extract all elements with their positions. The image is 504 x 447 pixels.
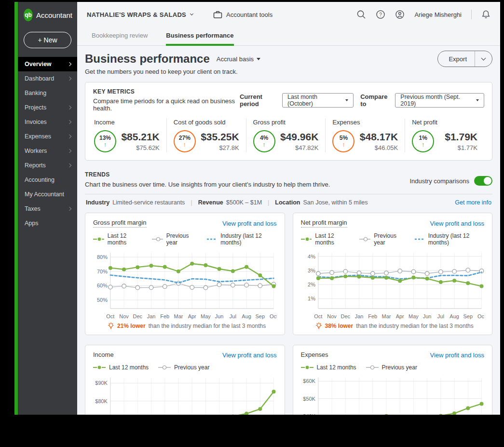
notifications-icon[interactable] <box>481 10 490 19</box>
view-profit-and-loss-link[interactable]: View profit and loss <box>222 352 277 359</box>
tab-bookkeeping-review[interactable]: Bookkeeping review <box>92 32 148 46</box>
app-logo[interactable]: qb Accountant <box>18 2 77 24</box>
svg-text:Mar: Mar <box>381 313 391 319</box>
topbar-divider <box>471 10 472 19</box>
sidebar: qb Accountant + New OverviewDashboardBan… <box>18 2 77 415</box>
metric-body: 4%↑$49.96K$47.82K <box>253 130 319 152</box>
svg-text:4%: 4% <box>308 254 315 259</box>
metric-label: Gross profit <box>253 119 319 126</box>
user-name[interactable]: Ariege Misherghi <box>414 11 462 18</box>
industry-comparisons-label: Industry comparisons <box>409 177 469 185</box>
metric-values: $85.21K$75.62K <box>121 131 159 151</box>
sidebar-item-dashboard[interactable]: Dashboard <box>18 71 77 86</box>
svg-text:3%: 3% <box>308 268 315 273</box>
svg-text:Jun: Jun <box>422 313 431 319</box>
legend-item-last-12-months: Last 12 months <box>93 232 142 246</box>
legend-label: Last 12 months <box>108 232 142 246</box>
chart-header: Income View profit and loss <box>93 351 277 359</box>
metric-values: $1.79K$1.77K <box>445 131 477 151</box>
svg-text:?: ? <box>380 12 382 17</box>
get-more-info-link[interactable]: Get more info <box>455 199 491 206</box>
metric-percent-badge: 5%↑ <box>332 130 354 152</box>
accrual-basis-selector[interactable]: Accrual basis <box>217 55 260 63</box>
metric-body: 27%↑$35.25K$27.8K <box>174 130 239 152</box>
sidebar-item-my-accountant[interactable]: My Accountant <box>18 187 77 202</box>
legend-label: Last 12 months <box>315 232 350 246</box>
new-button[interactable]: + New <box>24 32 71 48</box>
svg-text:Jul: Jul <box>437 313 444 319</box>
legend-item-previous-year: Previous year <box>152 232 197 246</box>
metric-percent: 13% <box>99 135 111 141</box>
sidebar-item-invoices[interactable]: Invoices <box>18 115 77 129</box>
legend-item-previous-year: Previous year <box>366 364 417 371</box>
chevron-right-icon <box>68 120 71 124</box>
current-period-select[interactable]: Last month (October) <box>282 93 354 108</box>
key-metrics-card: KEY METRICS Compare time periods for a q… <box>85 82 492 161</box>
sidebar-item-expenses[interactable]: Expenses <box>18 129 77 144</box>
sidebar-item-accounting[interactable]: Accounting <box>18 173 77 187</box>
chart-card-gross-profit-margin: Gross profit margin View profit and loss… <box>85 213 285 335</box>
content: Business performance Accrual basis Expor… <box>77 46 500 415</box>
svg-text:60%: 60% <box>97 283 108 288</box>
chart-legend: Last 12 monthsPrevious yearIndustry (las… <box>301 232 485 246</box>
accountant-tools-label: Accountant tools <box>226 11 272 18</box>
arrow-up-icon: ↑ <box>183 141 187 148</box>
chart-header: Net profit margin View profit and loss <box>301 219 485 228</box>
revenue-value: $500K – $1M <box>226 199 262 206</box>
legend-marker-open-circle <box>366 365 379 370</box>
export-button[interactable]: Export <box>437 51 492 67</box>
svg-text:May: May <box>201 313 211 319</box>
compare-to-select[interactable]: Previous month (Sept. 2019) <box>395 93 484 108</box>
svg-text:$90K: $90K <box>95 380 108 386</box>
legend-marker-line-dot <box>301 237 312 242</box>
view-profit-and-loss-link[interactable]: View profit and loss <box>430 352 485 359</box>
caret-down-icon <box>345 99 348 101</box>
metric-gross-profit: Gross profit4%↑$49.96K$47.82K <box>246 119 326 152</box>
sidebar-item-label: Expenses <box>25 133 51 140</box>
legend-item-last-12-months: Last 12 months <box>301 232 350 246</box>
sidebar-item-workers[interactable]: Workers <box>18 144 77 158</box>
accountant-tools-button[interactable]: Accountant tools <box>213 10 272 19</box>
view-profit-and-loss-link[interactable]: View profit and loss <box>430 220 485 227</box>
help-icon[interactable]: ? <box>376 10 385 19</box>
svg-text:May: May <box>409 313 419 319</box>
metric-previous-value: $46.05K <box>360 144 398 151</box>
svg-text:Apr: Apr <box>188 313 196 319</box>
industry-insight-note: 38% lower than the industry median for t… <box>301 322 485 330</box>
svg-text:Feb: Feb <box>160 313 169 319</box>
sidebar-item-projects[interactable]: Projects <box>18 100 77 115</box>
export-label: Export <box>449 55 467 63</box>
topbar: NATHALIE'S WRAPS & SALADS Accountant too… <box>77 2 500 27</box>
sidebar-item-overview[interactable]: Overview <box>18 57 77 71</box>
location-label: Location <box>275 199 300 206</box>
tab-business-performance[interactable]: Business performance <box>166 32 233 46</box>
legend-label: Previous year <box>374 232 405 246</box>
metric-label: Net profit <box>412 119 477 126</box>
metric-expenses: Expenses5%↑$48.17K$46.05K <box>325 119 405 152</box>
current-period-label: Current period <box>240 93 278 108</box>
trends-titles: TRENDS Chart the business over time. Use… <box>85 171 330 188</box>
sidebar-item-apps[interactable]: Apps <box>18 216 77 230</box>
metric-current-value: $35.25K <box>201 131 239 143</box>
metric-label: Expenses <box>332 119 398 126</box>
trends-title: TRENDS <box>85 171 330 178</box>
qb-logo-icon: qb <box>24 9 33 21</box>
trends-header: TRENDS Chart the business over time. Use… <box>85 171 492 188</box>
view-profit-and-loss-link[interactable]: View profit and loss <box>222 220 277 227</box>
industry-comparisons-toggle[interactable] <box>474 176 492 186</box>
svg-text:Jun: Jun <box>215 313 224 319</box>
legend-marker-line-dot <box>93 365 106 370</box>
company-switcher[interactable]: NATHALIE'S WRAPS & SALADS <box>87 11 193 18</box>
arrow-up-icon: ↑ <box>104 141 107 148</box>
metric-previous-value: $27.8K <box>201 144 239 151</box>
sidebar-item-label: Banking <box>25 90 46 96</box>
search-icon[interactable] <box>356 10 366 19</box>
sidebar-item-taxes[interactable]: Taxes <box>18 202 77 216</box>
legend-item-industry-last-12-months-: Industry (last 12 months) <box>207 232 276 246</box>
chevron-right-icon <box>68 106 71 109</box>
industry-comparisons-control: Industry comparisons <box>409 176 492 186</box>
sidebar-item-banking[interactable]: Banking <box>18 86 77 100</box>
legend-label: Previous year <box>382 364 417 371</box>
profile-icon[interactable] <box>395 10 405 19</box>
sidebar-item-reports[interactable]: Reports <box>18 158 77 173</box>
